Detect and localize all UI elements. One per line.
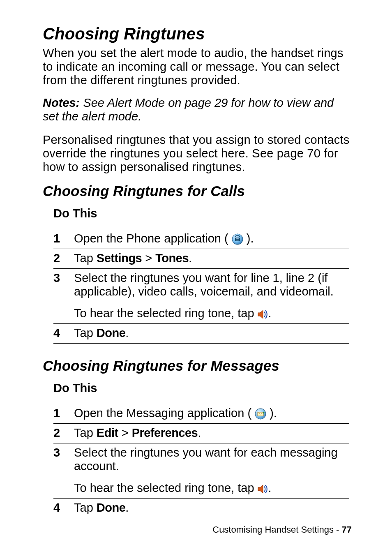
- steps-table-calls: 1 Open the Phone application (: [53, 229, 349, 344]
- svg-point-4: [238, 238, 239, 239]
- step-text: Open the Phone application (: [74, 229, 349, 249]
- step-text: Select the ringtunes you want for each m…: [74, 443, 349, 499]
- table-row: 1 Open the Phone application (: [53, 229, 349, 249]
- step-text: Tap Done.: [74, 499, 349, 518]
- play-sound-icon: [258, 310, 268, 319]
- notes-text: See Alert Mode on page 29 for how to vie…: [43, 96, 334, 123]
- svg-point-5: [236, 240, 237, 240]
- table-row: 1 Open the Messaging application (: [53, 404, 349, 424]
- steps-table-messages: 1 Open the Messaging application (: [53, 404, 349, 518]
- svg-point-2: [236, 238, 237, 239]
- table-row: 3 Select the ringtunes you want for each…: [53, 443, 349, 499]
- menu-label-tones: Tones: [155, 252, 189, 265]
- svg-point-3: [237, 238, 238, 239]
- step-number: 3: [53, 443, 74, 499]
- intro-paragraph: When you set the alert mode to audio, th…: [43, 46, 352, 87]
- menu-label-done: Done: [97, 501, 126, 514]
- override-paragraph: Personalised ringtunes that you assign t…: [43, 133, 352, 174]
- step-text: Select the ringtunes you want for line 1…: [74, 269, 349, 324]
- table-row: 3 Select the ringtunes you want for line…: [53, 269, 349, 324]
- page-number: 77: [342, 524, 352, 535]
- step-text: Tap Done.: [74, 324, 349, 344]
- play-sound-icon: [258, 485, 268, 494]
- table-row: 2 Tap Edit > Preferences.: [53, 424, 349, 443]
- menu-label-edit: Edit: [97, 426, 118, 439]
- step-number: 2: [53, 424, 74, 443]
- notes-paragraph: Notes: See Alert Mode on page 29 for how…: [43, 96, 352, 123]
- table-row: 2 Tap Settings > Tones.: [53, 249, 349, 269]
- table-row: 4 Tap Done.: [53, 499, 349, 518]
- step-number: 3: [53, 269, 74, 324]
- section-title-calls: Choosing Ringtunes for Calls: [43, 183, 352, 199]
- step-number: 1: [53, 229, 74, 249]
- menu-label-settings: Settings: [97, 252, 142, 265]
- messaging-app-icon: [255, 408, 266, 420]
- page-footer: Customising Handset Settings - 77: [212, 524, 352, 535]
- svg-point-7: [238, 240, 239, 240]
- step-number: 4: [53, 324, 74, 344]
- section-title-messages: Choosing Ringtunes for Messages: [43, 358, 352, 374]
- step-text: Open the Messaging application (: [74, 404, 349, 424]
- footer-text: Customising Handset Settings -: [212, 524, 341, 535]
- do-this-header-messages: Do This: [53, 381, 352, 395]
- page-title: Choosing Ringtunes: [43, 25, 352, 43]
- menu-label-preferences: Preferences: [132, 426, 198, 439]
- svg-rect-1: [235, 238, 240, 241]
- menu-label-done: Done: [97, 326, 126, 339]
- table-row: 4 Tap Done.: [53, 324, 349, 344]
- do-this-header-calls: Do This: [53, 207, 352, 220]
- step-text: Tap Settings > Tones.: [74, 249, 349, 269]
- phone-app-icon: [232, 233, 243, 245]
- step-number: 1: [53, 404, 74, 424]
- step-number: 4: [53, 499, 74, 518]
- step-number: 2: [53, 249, 74, 269]
- step-text: Tap Edit > Preferences.: [74, 424, 349, 443]
- notes-label: Notes:: [43, 96, 80, 109]
- svg-point-6: [237, 240, 238, 240]
